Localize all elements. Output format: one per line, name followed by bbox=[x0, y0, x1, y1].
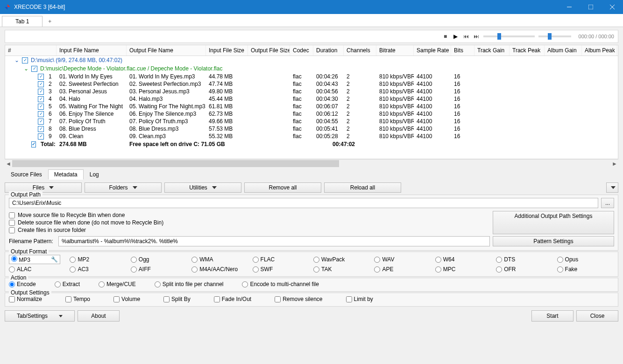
track-checkbox[interactable] bbox=[38, 126, 44, 132]
format-option[interactable]: FLAC bbox=[253, 255, 310, 264]
scroll-left-icon[interactable]: ◄ bbox=[5, 160, 12, 168]
close-button[interactable] bbox=[602, 0, 623, 14]
utilities-button[interactable]: Utilities bbox=[164, 182, 241, 193]
subtab-log[interactable]: Log bbox=[84, 169, 105, 180]
format-option[interactable]: W64 bbox=[435, 255, 492, 264]
setting-option[interactable]: Fade In/Out bbox=[214, 296, 251, 302]
track-row[interactable]: 6 06. Enjoy The Silence06. Enjoy The Sil… bbox=[5, 110, 618, 118]
maximize-button[interactable] bbox=[580, 0, 602, 14]
track-row[interactable]: 9 09. Clean09. Clean.mp355.32 MBflac00:0… bbox=[5, 133, 618, 140]
pattern-settings-button[interactable]: Pattern Settings bbox=[493, 236, 614, 246]
group-cue-row[interactable]: ⌄ D:\music\Depeche Mode - Violator.flac.… bbox=[5, 64, 618, 73]
track-row[interactable]: 7 07. Policy Of Truth07. Policy Of Truth… bbox=[5, 118, 618, 125]
volume-slider[interactable] bbox=[538, 35, 571, 37]
stop-button[interactable]: ■ bbox=[442, 33, 449, 40]
delete-source-checkbox[interactable] bbox=[9, 220, 15, 226]
format-option[interactable]: OFR bbox=[496, 266, 553, 273]
format-option[interactable]: MPC bbox=[435, 266, 492, 273]
output-path-input[interactable] bbox=[9, 198, 598, 208]
group-checkbox[interactable] bbox=[22, 57, 28, 63]
reload-all-button[interactable]: Reload all bbox=[324, 182, 401, 193]
track-checkbox[interactable] bbox=[38, 89, 44, 95]
more-button[interactable] bbox=[606, 182, 618, 193]
setting-option[interactable]: Split By bbox=[163, 296, 191, 302]
track-row[interactable]: 1 01. World In My Eyes01. World In My Ey… bbox=[5, 73, 618, 80]
setting-option[interactable]: Volume bbox=[113, 296, 140, 302]
close-app-button[interactable]: Close bbox=[576, 310, 618, 322]
seek-slider[interactable] bbox=[483, 35, 535, 37]
column-header[interactable]: Output File Size bbox=[248, 45, 290, 56]
create-in-source-checkbox[interactable] bbox=[9, 227, 15, 233]
column-header[interactable]: Bitrate bbox=[376, 45, 414, 56]
column-header[interactable]: Track Gain bbox=[474, 45, 510, 56]
format-option[interactable]: MP2 bbox=[70, 255, 127, 264]
column-header[interactable]: Duration bbox=[313, 45, 344, 56]
format-option[interactable]: WMA bbox=[191, 255, 248, 264]
format-option[interactable]: AIFF bbox=[131, 266, 188, 273]
track-row[interactable]: 2 02. Sweetest Perfection02. Sweetest Pe… bbox=[5, 80, 618, 88]
subtab-source-files[interactable]: Source Files bbox=[5, 169, 48, 180]
track-checkbox[interactable] bbox=[38, 133, 44, 140]
add-tab-button[interactable]: + bbox=[42, 16, 57, 27]
subtab-metadata[interactable]: Metadata bbox=[48, 169, 84, 180]
format-option[interactable]: Fake bbox=[557, 266, 614, 273]
column-header[interactable]: Input File Size bbox=[206, 45, 248, 56]
column-header[interactable]: Sample Rate bbox=[414, 45, 451, 56]
column-header[interactable]: Track Peak bbox=[510, 45, 545, 56]
horizontal-scrollbar[interactable]: ◄ ► bbox=[5, 159, 618, 168]
group-folder-row[interactable]: ⌄ D:\music\ (9/9, 274.68 MB, 00:47:02) bbox=[5, 56, 618, 64]
folders-button[interactable]: Folders bbox=[85, 182, 162, 193]
setting-option[interactable]: Tempo bbox=[65, 296, 90, 302]
group-checkbox[interactable] bbox=[31, 66, 37, 72]
column-header[interactable]: Channels bbox=[344, 45, 376, 56]
track-checkbox[interactable] bbox=[38, 96, 44, 102]
format-option[interactable]: Opus bbox=[557, 255, 614, 264]
column-header[interactable]: Bits bbox=[451, 45, 474, 56]
grid-body[interactable]: ⌄ D:\music\ (9/9, 274.68 MB, 00:47:02) ⌄… bbox=[5, 56, 618, 159]
filename-pattern-input[interactable] bbox=[58, 236, 490, 246]
prev-button[interactable]: ⏮ bbox=[463, 33, 469, 40]
remove-all-button[interactable]: Remove all bbox=[244, 182, 321, 193]
format-option[interactable]: APE bbox=[374, 266, 431, 273]
format-option[interactable]: AC3 bbox=[70, 266, 127, 273]
format-option[interactable]: DTS bbox=[496, 255, 553, 264]
browse-button[interactable]: ... bbox=[601, 198, 614, 208]
format-option[interactable]: Ogg bbox=[131, 255, 188, 264]
column-header[interactable]: Album Peak bbox=[582, 45, 617, 56]
setting-option[interactable]: Limit by bbox=[346, 296, 373, 302]
total-checkbox[interactable] bbox=[31, 141, 36, 147]
wrench-icon[interactable]: 🔧 bbox=[51, 256, 58, 263]
tab-settings-button[interactable]: Tab/Settings bbox=[5, 310, 75, 322]
track-checkbox[interactable] bbox=[38, 74, 44, 80]
start-button[interactable]: Start bbox=[531, 310, 573, 322]
setting-option[interactable]: Normalize bbox=[9, 296, 42, 302]
about-button[interactable]: About bbox=[78, 310, 120, 322]
column-header[interactable]: Input File Name bbox=[57, 45, 127, 56]
track-row[interactable]: 4 04. Halo04. Halo.mp345.44 MBflac00:04:… bbox=[5, 95, 618, 103]
format-option[interactable]: TAK bbox=[313, 266, 370, 273]
action-option[interactable]: Split into file per channel bbox=[155, 281, 224, 287]
track-row[interactable]: 5 05. Waiting For The Night05. Waiting F… bbox=[5, 103, 618, 110]
setting-option[interactable]: Remove silence bbox=[275, 296, 322, 302]
track-row[interactable]: 3 03. Personal Jesus03. Personal Jesus.m… bbox=[5, 88, 618, 95]
column-header[interactable]: Output File Name bbox=[127, 45, 206, 56]
additional-output-settings-button[interactable]: Additional Output Path Settings bbox=[493, 211, 614, 234]
column-header[interactable]: # bbox=[5, 45, 57, 56]
format-option[interactable]: MP3🔧 bbox=[9, 255, 66, 264]
minimize-button[interactable] bbox=[559, 0, 580, 14]
format-option[interactable]: ALAC bbox=[9, 266, 66, 273]
track-checkbox[interactable] bbox=[38, 111, 44, 117]
format-option[interactable]: WavPack bbox=[313, 255, 370, 264]
next-button[interactable]: ⏭ bbox=[473, 33, 480, 40]
track-row[interactable]: 8 08. Blue Dress08. Blue Dress.mp357.53 … bbox=[5, 125, 618, 133]
action-option[interactable]: Encode to multi-channel file bbox=[242, 281, 319, 287]
play-button[interactable]: ▶ bbox=[453, 33, 459, 40]
column-header[interactable]: Codec bbox=[290, 45, 313, 56]
format-option[interactable]: M4A/AAC/Nero bbox=[191, 266, 248, 273]
tab-main[interactable]: Tab 1 bbox=[2, 16, 42, 27]
format-option[interactable]: SWF bbox=[253, 266, 310, 273]
action-option[interactable]: Merge/CUE bbox=[99, 281, 136, 287]
track-checkbox[interactable] bbox=[38, 104, 44, 110]
track-checkbox[interactable] bbox=[38, 81, 44, 87]
action-option[interactable]: Extract bbox=[55, 281, 80, 287]
